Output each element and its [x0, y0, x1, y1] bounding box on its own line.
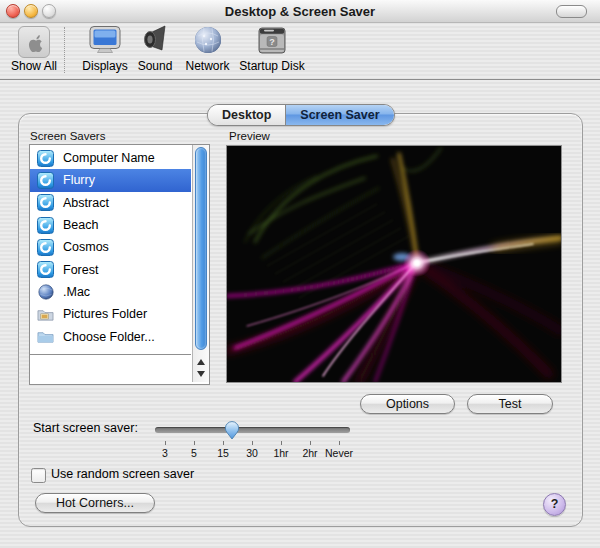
list-item-label: Choose Folder...: [63, 330, 155, 344]
startup-disk-icon: ?: [256, 26, 288, 59]
tab-desktop[interactable]: Desktop: [208, 105, 285, 125]
preview-label: Preview: [229, 130, 270, 142]
list-item-selected[interactable]: Flurry: [30, 169, 191, 191]
list-item-label: Forest: [63, 263, 98, 277]
screensaver-preview: [226, 145, 562, 383]
slider-tick: [281, 441, 282, 445]
list-item[interactable]: .Mac: [30, 281, 191, 303]
slider-thumb[interactable]: [224, 421, 240, 440]
sound-icon: [141, 25, 169, 59]
list-item[interactable]: Pictures Folder: [30, 303, 191, 325]
toolbar-item-startup-disk[interactable]: ? Startup Disk: [237, 26, 307, 73]
slider-tick: [310, 441, 311, 445]
swirl-icon: [37, 217, 54, 234]
arrow-down-icon: [197, 371, 205, 377]
hot-corners-button[interactable]: Hot Corners...: [35, 493, 155, 513]
svg-text:?: ?: [269, 36, 275, 46]
slider-tick: [165, 441, 166, 445]
folder-icon: [37, 328, 54, 345]
start-screensaver-label: Start screen saver:: [33, 421, 138, 435]
toolbar-item-label: Network: [180, 59, 235, 73]
list-item[interactable]: Beach: [30, 214, 191, 236]
list-item-label: Computer Name: [63, 151, 155, 165]
list-item-label: Flurry: [63, 173, 95, 187]
apple-system-prefs-icon: [18, 26, 50, 58]
network-icon: [194, 26, 222, 58]
pictures-folder-icon: [37, 306, 54, 323]
list-item[interactable]: Forest: [30, 258, 191, 280]
list-scrollbar[interactable]: [192, 145, 209, 382]
slider-tick: [223, 441, 224, 445]
use-random-label: Use random screen saver: [51, 467, 194, 481]
toolbar-item-sound[interactable]: Sound: [133, 26, 177, 73]
screen-saver-list: Computer Name Flurry Abstract Beach Cosm…: [29, 144, 210, 385]
slider-tick-label: Never: [319, 447, 359, 459]
arrow-up-icon: [197, 359, 205, 365]
list-item-label: .Mac: [63, 285, 90, 299]
toolbar-item-displays[interactable]: Displays: [80, 26, 130, 73]
list-item[interactable]: Cosmos: [30, 236, 191, 258]
displays-icon: [88, 25, 122, 59]
title-bar[interactable]: Desktop & Screen Saver: [0, 0, 600, 23]
list-item-label: Pictures Folder: [63, 307, 147, 321]
toolbar-item-label: Startup Disk: [237, 59, 307, 73]
swirl-icon: [37, 239, 54, 256]
slider-tick: [252, 441, 253, 445]
flurry-preview-image: [227, 146, 561, 382]
swirl-icon: [37, 194, 54, 211]
list-item[interactable]: Computer Name: [30, 147, 191, 169]
screen-savers-label: Screen Savers: [30, 130, 105, 142]
scroll-down-button[interactable]: [193, 368, 209, 380]
list-item[interactable]: Abstract: [30, 192, 191, 214]
list-item[interactable]: Choose Folder...: [30, 325, 191, 347]
toolbar-item-label: Sound: [133, 59, 177, 73]
list-separator: [30, 354, 191, 355]
options-button[interactable]: Options: [360, 394, 455, 414]
slider-tick: [339, 441, 340, 445]
scroll-up-button[interactable]: [193, 356, 209, 368]
toolbar-item-network[interactable]: Network: [180, 26, 235, 73]
slider-tick: [194, 441, 195, 445]
list-item-label: Abstract: [63, 196, 109, 210]
globe-icon: [37, 283, 54, 300]
list-item-label: Cosmos: [63, 240, 109, 254]
toolbar-toggle-button[interactable]: [556, 5, 587, 18]
tab-screen-saver[interactable]: Screen Saver: [285, 105, 393, 125]
use-random-checkbox[interactable]: [31, 468, 46, 483]
scrollbar-thumb[interactable]: [195, 147, 207, 350]
list-item-label: Beach: [63, 218, 98, 232]
help-button[interactable]: ?: [543, 493, 566, 516]
toolbar-item-label: Displays: [80, 59, 130, 73]
start-screensaver-slider[interactable]: [155, 427, 350, 433]
preferences-toolbar: Show All Displays So: [0, 23, 600, 80]
window-title: Desktop & Screen Saver: [0, 4, 600, 19]
show-all-button[interactable]: Show All: [8, 26, 60, 73]
swirl-icon: [37, 172, 54, 189]
show-all-label: Show All: [8, 59, 60, 73]
desktop-screensaver-window: Desktop & Screen Saver Show All Displays: [0, 0, 600, 548]
swirl-icon: [37, 261, 54, 278]
tab-control: Desktop Screen Saver: [207, 104, 395, 126]
swirl-icon: [37, 150, 54, 167]
test-button[interactable]: Test: [467, 394, 553, 414]
toolbar-separator: [64, 27, 65, 73]
